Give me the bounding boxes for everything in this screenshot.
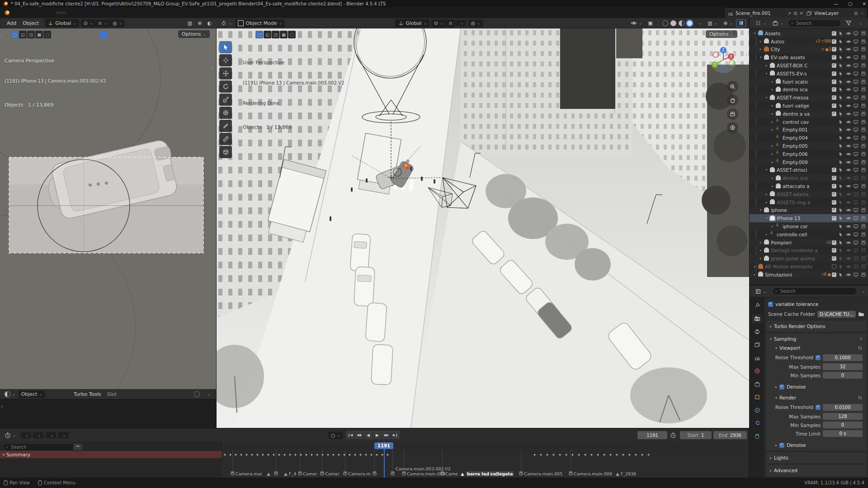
keyframe-diamond[interactable] — [229, 453, 232, 456]
item-label[interactable]: Empty.005 — [783, 143, 831, 149]
time-limit-field[interactable]: 0 s — [823, 430, 863, 437]
search-input[interactable] — [10, 444, 74, 450]
expand-icon[interactable]: ▸ — [764, 192, 769, 196]
disable-viewport-toggle-icon[interactable] — [853, 151, 859, 157]
keyframe-diamond[interactable] — [348, 453, 351, 456]
folder-icon[interactable] — [858, 311, 864, 317]
keyframe-diamond[interactable] — [267, 453, 270, 456]
disable-render-toggle-icon[interactable] — [861, 111, 867, 117]
disable-render-toggle-icon[interactable] — [861, 63, 867, 68]
outliner-row[interactable]: ▸ iphone cor — [750, 222, 868, 230]
keyframe-diamond[interactable] — [546, 453, 549, 456]
transform-tool[interactable] — [219, 107, 232, 119]
shader-menu[interactable] — [45, 393, 52, 395]
keyframe-diamond[interactable] — [615, 453, 618, 456]
exclude-checkbox[interactable] — [832, 55, 836, 60]
disable-render-toggle-icon[interactable] — [861, 119, 867, 125]
workspace-tab[interactable] — [156, 11, 165, 14]
workspace-tab[interactable] — [106, 11, 116, 14]
keyframe-diamond[interactable] — [565, 453, 568, 456]
hide-viewport-toggle-icon[interactable] — [846, 71, 852, 76]
keyframe-diamond[interactable] — [272, 453, 275, 456]
display-mode-dropdown[interactable] — [769, 19, 787, 27]
expand-icon[interactable]: ▸ — [764, 233, 769, 236]
exclude-checkbox[interactable] — [832, 256, 836, 261]
outliner-row[interactable]: ▾ IPhone 13 — [750, 214, 868, 222]
outliner-row[interactable]: ▾ ASSETS-EV-s — [750, 70, 868, 78]
hide-viewport-toggle-icon[interactable] — [846, 160, 852, 165]
selectable-toggle-icon[interactable] — [838, 47, 844, 52]
viewport-menu[interactable] — [307, 22, 314, 24]
disable-viewport-toggle-icon[interactable] — [853, 103, 859, 108]
hide-viewport-toggle-icon[interactable] — [846, 151, 852, 157]
item-label[interactable]: Empty.006 — [783, 151, 831, 157]
expand-icon[interactable]: ▸ — [752, 265, 757, 268]
toolbar-expand-icon[interactable]: › — [1, 32, 3, 38]
disable-render-toggle-icon[interactable] — [861, 264, 867, 269]
hide-viewport-toggle-icon[interactable] — [846, 240, 852, 245]
disable-render-toggle-icon[interactable] — [861, 71, 867, 76]
timeline-menu[interactable] — [58, 432, 69, 438]
selectable-toggle-icon[interactable] — [838, 79, 844, 84]
sampling-section[interactable]: ▾Sampling⠿ — [766, 334, 866, 343]
keyframe-diamond[interactable] — [294, 453, 297, 456]
editor-type-dropdown[interactable] — [752, 287, 769, 296]
select-intersect-icon[interactable]: ⬚ — [43, 31, 51, 38]
outliner-row[interactable]: ▸ Autos ⅄3 ▽588 — [750, 38, 868, 46]
outliner-row[interactable]: ▾ ASSET-strisci — [750, 166, 868, 174]
item-label[interactable]: ASSET-BOX C — [777, 63, 831, 68]
select-mode-icons[interactable]: ⬚◱◳▩⬚ — [11, 31, 51, 38]
workspace-tab[interactable] — [66, 11, 76, 14]
render-denoise-section[interactable]: ▸Denoise — [772, 441, 866, 450]
disable-render-toggle-icon[interactable] — [861, 192, 867, 197]
channel-region[interactable]: ⌕ ↔ ▾ Summary — [0, 442, 222, 478]
hide-viewport-toggle-icon[interactable] — [846, 167, 852, 173]
item-label[interactable]: dentro sca — [783, 175, 831, 181]
selectable-toggle-icon[interactable] — [838, 39, 844, 44]
disable-viewport-toggle-icon[interactable] — [853, 47, 859, 52]
shader-editor-canvas[interactable]: › — [0, 399, 216, 428]
disable-render-toggle-icon[interactable] — [861, 160, 867, 165]
shader-menu[interactable] — [64, 393, 71, 395]
expand-icon[interactable]: ▾ — [764, 168, 769, 172]
item-label[interactable]: Dettagli incidente a — [771, 248, 831, 253]
expand-icon[interactable]: ▾ — [764, 96, 769, 99]
expand-icon[interactable]: ▾ — [764, 216, 769, 220]
shading-mode-icon[interactable]: ◐ — [204, 19, 214, 27]
workspace-tab[interactable] — [116, 11, 126, 14]
keyframe-diamond[interactable] — [386, 453, 389, 456]
exclude-checkbox[interactable] — [832, 80, 836, 84]
hide-viewport-toggle-icon[interactable] — [846, 111, 852, 117]
outliner-search[interactable]: ⌕ — [788, 19, 841, 27]
selectable-toggle-icon[interactable] — [838, 119, 844, 125]
new-scene-icon[interactable]: ⧉ — [794, 10, 797, 16]
hide-viewport-toggle-icon[interactable] — [846, 200, 852, 205]
shading-material-icon[interactable] — [679, 20, 684, 26]
select-box-tool[interactable] — [219, 41, 232, 53]
outliner-row[interactable]: ▸ dentro sca — [750, 174, 868, 182]
hide-viewport-toggle-icon[interactable] — [846, 216, 852, 221]
render-subsection[interactable]: ▾Render — [772, 393, 866, 402]
disable-viewport-toggle-icon[interactable] — [853, 248, 859, 253]
snap-dropdown[interactable]: ∩ — [96, 19, 110, 27]
workspace-tab[interactable] — [136, 11, 146, 14]
keyframe-diamond[interactable] — [305, 453, 308, 456]
add-cube-tool[interactable] — [219, 146, 232, 158]
tab-scene[interactable] — [752, 353, 763, 362]
item-label[interactable]: Empty.001 — [783, 127, 831, 132]
keyframe-diamond[interactable] — [558, 453, 561, 456]
item-label[interactable]: Pompieri — [771, 240, 826, 245]
disable-render-toggle-icon[interactable] — [861, 87, 867, 92]
keyframe-diamond[interactable] — [641, 453, 644, 456]
options-dropdown[interactable]: Options — [706, 30, 737, 38]
workspace-tab[interactable] — [146, 11, 156, 14]
shader-menu[interactable] — [58, 393, 64, 395]
tab-object-data[interactable] — [752, 432, 763, 441]
disable-render-toggle-icon[interactable] — [861, 47, 867, 52]
lights-section[interactable]: ▸Lights — [766, 453, 866, 462]
disable-viewport-toggle-icon[interactable] — [853, 87, 859, 92]
workspace-tab[interactable] — [56, 11, 66, 14]
exclude-checkbox[interactable] — [832, 31, 836, 36]
keyframe-diamond[interactable] — [234, 453, 237, 456]
keyframe-diamond[interactable] — [316, 453, 319, 456]
